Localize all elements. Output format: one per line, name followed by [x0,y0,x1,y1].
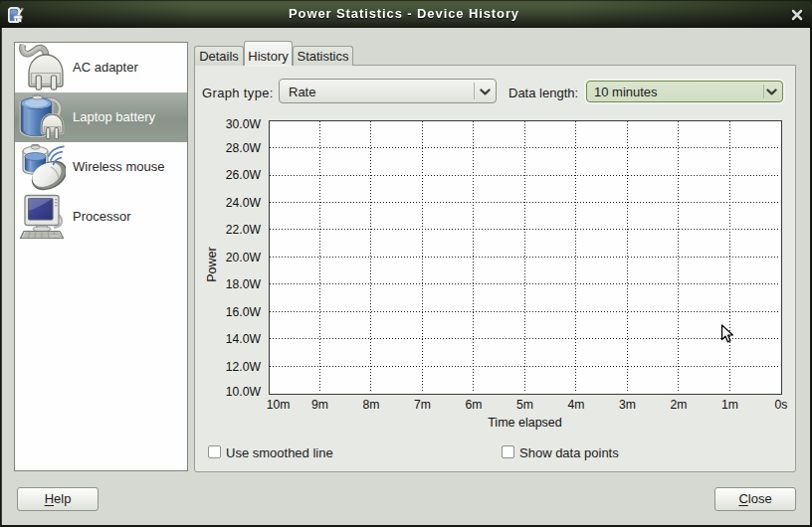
svg-text:9m: 9m [311,398,328,412]
svg-text:2m: 2m [671,398,688,412]
svg-text:14.0W: 14.0W [226,332,262,346]
svg-text:26.0W: 26.0W [226,168,262,182]
svg-text:20.0W: 20.0W [226,251,262,264]
svg-text:12.0W: 12.0W [226,360,262,374]
svg-text:16.0W: 16.0W [226,305,262,319]
svg-text:Time elapsed: Time elapsed [488,416,562,430]
svg-text:24.0W: 24.0W [226,196,262,210]
svg-text:4m: 4m [568,398,585,412]
svg-text:18.0W: 18.0W [226,277,262,291]
svg-text:7m: 7m [414,398,431,412]
svg-text:30.0W: 30.0W [226,117,262,131]
svg-text:5m: 5m [516,398,533,412]
svg-text:0s: 0s [775,398,788,412]
svg-text:Power: Power [205,247,219,281]
svg-text:22.0W: 22.0W [226,223,262,237]
svg-text:6m: 6m [466,398,483,412]
svg-text:3m: 3m [619,398,636,412]
svg-text:1m: 1m [721,398,738,412]
svg-text:10m: 10m [267,398,291,412]
svg-text:28.0W: 28.0W [226,141,262,155]
svg-text:8m: 8m [363,398,380,412]
svg-text:10.0W: 10.0W [226,385,262,399]
